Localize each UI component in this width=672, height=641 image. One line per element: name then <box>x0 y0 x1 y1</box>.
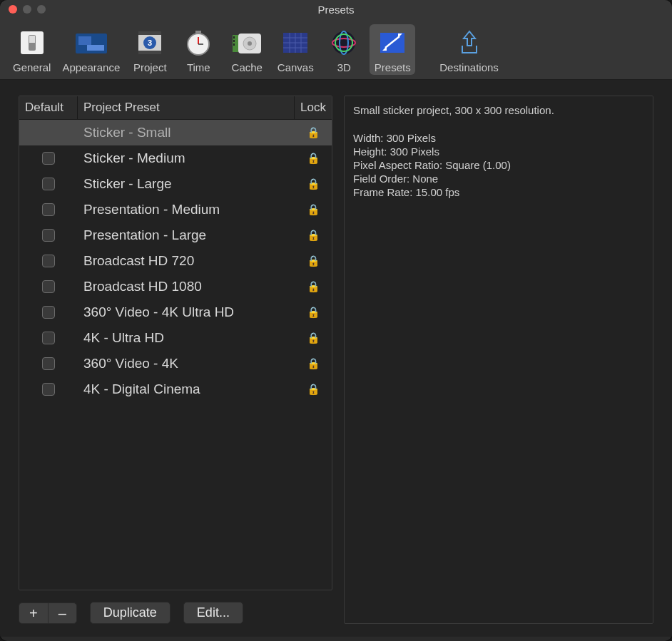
table-row[interactable]: Sticker - Small🔒 <box>19 120 332 145</box>
default-checkbox[interactable] <box>42 357 55 370</box>
svg-point-21 <box>248 41 252 46</box>
default-checkbox[interactable] <box>42 229 55 242</box>
svg-rect-4 <box>78 36 91 45</box>
default-checkbox[interactable] <box>42 152 55 165</box>
lock-icon: 🔒 <box>307 383 320 396</box>
preset-panel: Default Project Preset Lock Sticker - Sm… <box>19 96 332 624</box>
duplicate-button[interactable]: Duplicate <box>90 602 170 624</box>
cache-icon <box>228 27 265 58</box>
lock-icon: 🔒 <box>307 152 320 165</box>
tab-label: Cache <box>232 61 263 73</box>
lock-icon: 🔒 <box>307 332 320 344</box>
lock-icon: 🔒 <box>307 229 320 242</box>
default-cell <box>19 152 78 165</box>
tab-time[interactable]: Time <box>175 24 221 75</box>
table-row[interactable]: Sticker - Medium🔒 <box>19 145 332 171</box>
table-row[interactable]: Presentation - Large🔒 <box>19 222 332 248</box>
preferences-window: Presets General Appearance 3 Project Tim… <box>0 0 672 641</box>
preset-name: Broadcast HD 1080 <box>78 279 295 294</box>
preset-name: 4K - Digital Cinema <box>78 381 295 397</box>
table-body: Sticker - Small🔒Sticker - Medium🔒Sticker… <box>19 120 332 590</box>
detail-height: Height: 300 Pixels <box>353 145 644 158</box>
detail-field-order: Field Order: None <box>353 172 644 185</box>
tab-3d[interactable]: 3D <box>321 24 367 75</box>
remove-button[interactable]: – <box>48 602 77 624</box>
table-row[interactable]: 360° Video - 4K🔒 <box>19 351 332 376</box>
table-row[interactable]: Broadcast HD 1080🔒 <box>19 274 332 299</box>
preset-table: Default Project Preset Lock Sticker - Sm… <box>19 96 332 590</box>
default-cell <box>19 178 78 190</box>
default-checkbox[interactable] <box>42 332 55 344</box>
content-area: Default Project Preset Lock Sticker - Sm… <box>0 80 672 637</box>
table-header: Default Project Preset Lock <box>19 96 332 120</box>
header-lock[interactable]: Lock <box>295 96 332 119</box>
close-button[interactable] <box>9 5 17 14</box>
preset-name: Sticker - Large <box>78 176 295 192</box>
lock-cell: 🔒 <box>295 255 332 267</box>
lock-cell: 🔒 <box>295 357 332 370</box>
window-controls <box>9 5 46 14</box>
default-checkbox[interactable] <box>42 280 55 293</box>
lock-cell: 🔒 <box>295 178 332 190</box>
table-row[interactable]: 4K - Ultra HD🔒 <box>19 325 332 351</box>
default-cell <box>19 255 78 267</box>
table-row[interactable]: Broadcast HD 720🔒 <box>19 248 332 274</box>
lock-icon: 🔒 <box>307 306 320 319</box>
lock-icon: 🔒 <box>307 203 320 216</box>
tab-cache[interactable]: Cache <box>224 24 270 75</box>
tab-destinations[interactable]: Destinations <box>435 24 503 75</box>
lock-cell: 🔒 <box>295 229 332 242</box>
minimize-button[interactable] <box>23 5 31 14</box>
lock-cell: 🔒 <box>295 152 332 165</box>
tab-label: Project <box>133 61 167 73</box>
default-checkbox[interactable] <box>42 306 55 319</box>
default-cell <box>19 203 78 216</box>
detail-pixel-aspect: Pixel Aspect Ratio: Square (1.00) <box>353 158 644 172</box>
maximize-button[interactable] <box>37 5 46 14</box>
tab-label: Canvas <box>278 61 314 73</box>
lock-icon: 🔒 <box>307 357 320 370</box>
lock-icon: 🔒 <box>307 178 320 190</box>
lock-icon: 🔒 <box>307 126 320 139</box>
appearance-icon <box>73 27 110 58</box>
default-checkbox[interactable] <box>42 255 55 267</box>
svg-rect-16 <box>233 36 235 39</box>
table-row[interactable]: 360° Video - 4K Ultra HD🔒 <box>19 299 332 325</box>
tab-label: 3D <box>337 61 351 73</box>
detail-panel: Small sticker project, 300 x 300 resolut… <box>344 96 653 624</box>
svg-rect-12 <box>195 31 201 34</box>
lock-cell: 🔒 <box>295 332 332 344</box>
edit-button[interactable]: Edit... <box>183 602 243 624</box>
default-cell <box>19 306 78 319</box>
tab-project[interactable]: 3 Project <box>127 24 173 75</box>
time-icon <box>180 27 217 58</box>
table-row[interactable]: 4K - Digital Cinema🔒 <box>19 376 332 402</box>
default-cell <box>19 280 78 293</box>
default-cell <box>19 383 78 396</box>
preset-name: Presentation - Large <box>78 227 295 243</box>
preset-name: Broadcast HD 720 <box>78 253 295 269</box>
3d-icon <box>325 27 362 58</box>
add-button[interactable]: + <box>19 602 48 624</box>
add-remove-group: + – <box>19 602 77 624</box>
default-cell <box>19 229 78 242</box>
tab-general[interactable]: General <box>9 24 55 75</box>
tab-label: Time <box>187 61 210 73</box>
window-title: Presets <box>0 4 672 16</box>
default-checkbox[interactable] <box>42 383 55 396</box>
preset-name: 360° Video - 4K <box>78 356 295 371</box>
tab-canvas[interactable]: Canvas <box>273 24 318 75</box>
default-checkbox[interactable] <box>42 203 55 216</box>
toolbar: General Appearance 3 Project Time Cache <box>0 19 672 80</box>
lock-cell: 🔒 <box>295 203 332 216</box>
svg-rect-2 <box>29 36 35 43</box>
lock-cell: 🔒 <box>295 280 332 293</box>
table-row[interactable]: Presentation - Medium🔒 <box>19 197 332 222</box>
table-row[interactable]: Sticker - Large🔒 <box>19 171 332 197</box>
header-default[interactable]: Default <box>19 96 78 119</box>
default-checkbox[interactable] <box>42 178 55 190</box>
tab-presets[interactable]: Presets <box>370 24 415 75</box>
tab-label: Appearance <box>62 61 120 73</box>
tab-appearance[interactable]: Appearance <box>58 24 124 75</box>
header-preset[interactable]: Project Preset <box>78 96 295 119</box>
